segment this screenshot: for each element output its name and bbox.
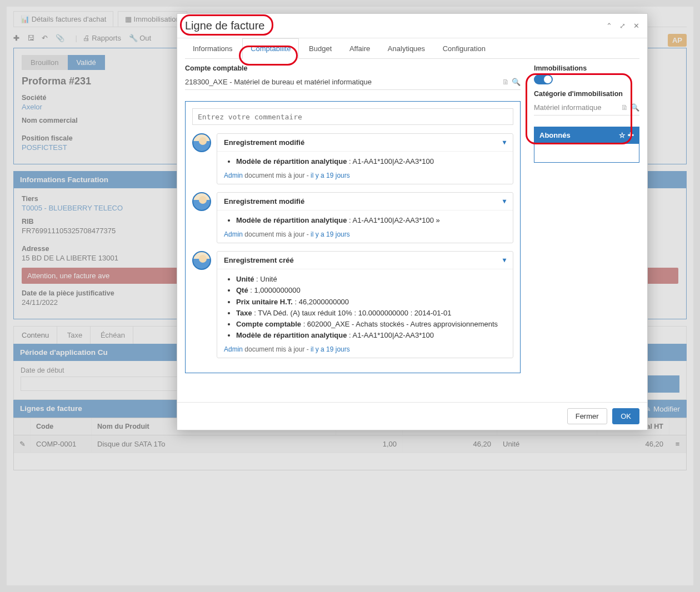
categorie-input[interactable] [534,100,639,116]
tab-affaire[interactable]: Affaire [342,39,378,58]
history-field: Modèle de répartition analytique : A1-AA… [236,330,505,341]
history-field: Unité : Unité [236,274,505,285]
history-item: Enregistrement créé▾Unité : UnitéQté : 1… [192,251,513,358]
history-title: Enregistrement créé [224,256,294,264]
add-subscriber-icon[interactable]: ✚ [628,131,634,139]
avatar [192,192,211,211]
ok-button[interactable]: OK [612,408,639,424]
history-title: Enregistrement modifié [224,197,304,205]
history-meta: Admin document mis à jour - il y a 19 jo… [217,172,513,184]
history-field: Prix unitaire H.T. : 46,2000000000 [236,297,505,308]
collapse-icon[interactable]: ⌃ [606,22,612,30]
history-field: Qté : 1,0000000000 [236,285,505,296]
modal-tabs: Informations Comptabilité Budget Affaire… [185,38,639,59]
chevron-down-icon[interactable]: ▾ [503,197,506,205]
history-user[interactable]: Admin [224,172,243,179]
immobilisations-label: Immobilisations [534,64,639,72]
immobilisations-toggle[interactable] [534,74,553,84]
star-icon[interactable]: ☆ [619,131,626,139]
tab-budget[interactable]: Budget [301,39,339,58]
modal-ligne-facture: Ligne de facture ⌃ ⤢ ✕ Informations Comp… [177,13,648,430]
categorie-label: Catégorie d'immobilisation [534,90,639,98]
close-button[interactable]: Fermer [567,408,607,424]
history-field: Modèle de répartition analytique : A1-AA… [236,156,505,167]
history-field: Taxe : TVA Déd. (A) taux réduit 10% : 10… [236,308,505,319]
history-user[interactable]: Admin [224,345,243,353]
abonnes-label: Abonnés [539,131,571,139]
history-item: Enregistrement modifié▾Modèle de réparti… [192,192,513,243]
history-meta: Admin document mis à jour - il y a 19 jo… [217,230,513,243]
history-item: Enregistrement modifié▾Modèle de réparti… [192,133,513,184]
history-user[interactable]: Admin [224,230,243,238]
comment-input[interactable] [192,108,513,125]
history-time[interactable]: il y a 19 jours [311,345,350,353]
chevron-down-icon[interactable]: ▾ [503,138,506,147]
expand-icon[interactable]: ⤢ [619,22,626,30]
modal-title: Ligne de facture [185,19,264,32]
avatar [192,133,211,152]
history-field: Modèle de répartition analytique : A1-AA… [236,215,505,226]
comments-panel: Enregistrement modifié▾Modèle de réparti… [185,101,521,373]
subscribers-panel: Abonnés ☆ ✚ [534,127,639,163]
avatar [192,251,211,270]
history-time[interactable]: il y a 19 jours [311,230,350,238]
tab-comptabilite[interactable]: Comptabilité [242,38,299,59]
history-time[interactable]: il y a 19 jours [311,172,350,179]
history-field: Compte comptable : 602000_AXE - Achats s… [236,319,505,330]
close-icon[interactable]: ✕ [633,22,639,30]
tab-informations[interactable]: Informations [185,39,241,58]
compte-comptable-label: Compte comptable [185,64,521,72]
history-meta: Admin document mis à jour - il y a 19 jo… [217,345,513,358]
history-title: Enregistrement modifié [224,138,304,147]
compte-comptable-input[interactable] [185,74,521,90]
tab-analytiques[interactable]: Analytiques [380,39,433,58]
tab-configuration[interactable]: Configuration [435,39,493,58]
chevron-down-icon[interactable]: ▾ [503,256,506,264]
